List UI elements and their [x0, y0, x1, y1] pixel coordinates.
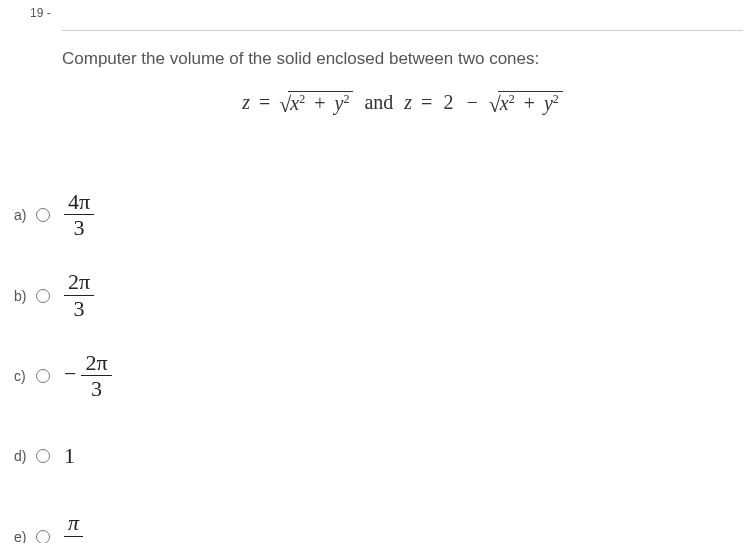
option-a-math: 4π3 — [64, 190, 94, 240]
formula: z = √x2 + y2 and z = 2 − √x2 + y2 — [62, 91, 743, 118]
frac-bot: 3 — [64, 537, 83, 543]
option-d-radio[interactable] — [36, 449, 50, 463]
option-e[interactable]: e) π3 — [14, 511, 112, 543]
two: 2 — [443, 91, 453, 113]
var-z-2: z — [404, 91, 412, 113]
option-c-math: −2π3 — [64, 351, 112, 401]
var-z: z — [242, 91, 250, 113]
option-label: a) — [14, 207, 32, 223]
option-a[interactable]: a) 4π3 — [14, 190, 112, 240]
x2-exp: 2 — [509, 92, 515, 106]
x2: x — [500, 92, 509, 114]
radicand-1: x2 + y2 — [288, 91, 353, 115]
option-c[interactable]: c) −2π3 — [14, 351, 112, 401]
y2v: y — [544, 92, 553, 114]
option-label: c) — [14, 368, 32, 384]
option-a-radio[interactable] — [36, 208, 50, 222]
sqrt-2: √x2 + y2 — [489, 91, 563, 118]
equals-2: = — [421, 91, 432, 113]
frac-top: π — [64, 511, 83, 536]
option-d-math: 1 — [64, 443, 75, 469]
x1: x — [290, 92, 299, 114]
frac-bot: 3 — [64, 296, 94, 321]
sqrt-1: √x2 + y2 — [279, 91, 353, 118]
frac-top: 4π — [64, 190, 94, 215]
y2-exp: 2 — [553, 92, 559, 106]
and-text: and — [364, 91, 398, 113]
question-number: 19 - — [30, 6, 51, 20]
equals-1: = — [259, 91, 270, 113]
plus-2: + — [524, 92, 535, 114]
option-b[interactable]: b) 2π3 — [14, 270, 112, 320]
frac-bot: 3 — [81, 376, 111, 401]
option-c-radio[interactable] — [36, 369, 50, 383]
plus-1: + — [314, 92, 325, 114]
y1-exp: 2 — [343, 92, 349, 106]
frac-top: 2π — [64, 270, 94, 295]
option-b-radio[interactable] — [36, 289, 50, 303]
question-prompt: Computer the volume of the solid enclose… — [62, 49, 743, 69]
minus: − — [466, 91, 477, 113]
question-box: Computer the volume of the solid enclose… — [62, 30, 743, 148]
option-label: e) — [14, 529, 32, 543]
option-e-radio[interactable] — [36, 530, 50, 543]
x1-exp: 2 — [299, 92, 305, 106]
radicand-2: x2 + y2 — [498, 91, 563, 115]
negative-sign: − — [64, 361, 76, 386]
options-list: a) 4π3 b) 2π3 c) −2π3 d) 1 e) π3 — [14, 190, 112, 543]
option-label: d) — [14, 448, 32, 464]
option-e-math: π3 — [64, 511, 83, 543]
option-label: b) — [14, 288, 32, 304]
frac-bot: 3 — [64, 215, 94, 240]
frac-top: 2π — [81, 351, 111, 376]
option-b-math: 2π3 — [64, 270, 94, 320]
option-d[interactable]: d) 1 — [14, 431, 112, 481]
